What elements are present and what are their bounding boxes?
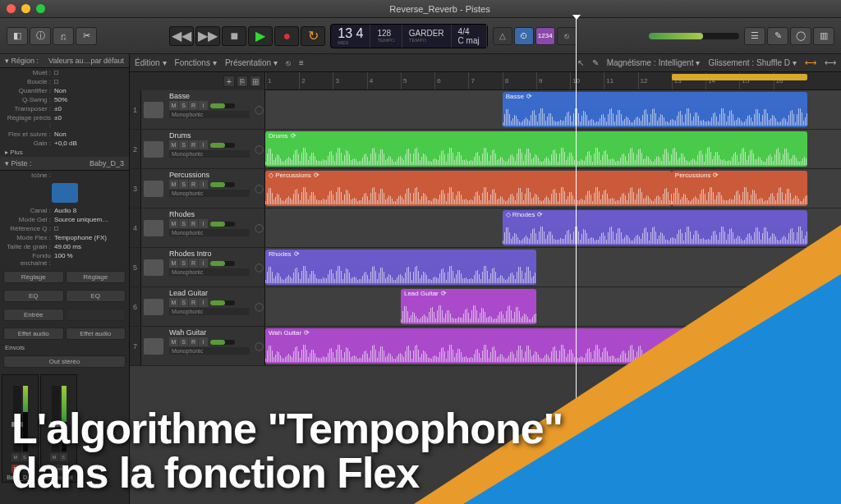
inspector-region-row[interactable]: Q-Swing :50% [0,95,129,104]
headphone-icon[interactable]: ◯ [253,208,264,247]
track-flex-mode[interactable]: Monophonic [169,150,250,158]
track-input[interactable]: I [199,219,208,228]
track-solo[interactable]: S [179,219,188,228]
inspector-region-row[interactable]: Flex et suivre :Non [0,130,129,139]
browser-button[interactable]: ▥ [813,27,834,45]
smart-button[interactable]: ✂ [76,27,97,45]
metronome-button[interactable]: △ [493,27,512,45]
track-mute[interactable]: M [169,180,178,189]
track-mute[interactable]: M [169,259,178,268]
position-bars[interactable]: 13 [338,26,352,40]
track-volume[interactable] [210,222,235,227]
close-icon[interactable] [7,4,16,13]
cycle-region[interactable] [672,74,807,80]
inspector-button[interactable]: ⓘ [30,27,51,45]
magnetisme-dropdown[interactable]: Magnétisme : Intelligent ▾ [607,58,701,67]
record-button[interactable]: ● [274,26,299,46]
track-input[interactable]: I [199,101,208,110]
track-icon[interactable] [141,287,166,326]
track-mute[interactable]: M [169,337,178,346]
pencil-tool[interactable]: ✎ [592,58,599,67]
library-button[interactable]: ◧ [7,27,28,45]
audio-region[interactable]: Basse ⟳ [503,92,807,127]
key-value[interactable]: C maj [458,36,480,45]
track-rec[interactable]: R [189,180,198,189]
track-volume[interactable] [210,103,235,108]
track-icon[interactable] [141,169,166,208]
track-rec[interactable]: R [189,259,198,268]
track-lane[interactable]: Basse ⟳ [265,90,841,129]
position-beats[interactable]: 4 [356,26,364,40]
track-volume[interactable] [210,182,235,187]
inspector-piste-row[interactable]: Mode Gel :Source uniquem… [0,215,129,224]
track-input[interactable]: I [199,180,208,189]
audio-region[interactable]: Percussions ⟳ [672,171,807,206]
tempo-value[interactable]: 128 [377,29,394,38]
inspector-region-row[interactable]: Transposer :±0 [0,104,129,113]
track-header[interactable]: 4 Rhodes M S R I Monophonic ◯ [130,208,265,247]
reglage-button-2[interactable]: Réglage [66,271,126,283]
track-solo[interactable]: S [179,259,188,268]
forward-button[interactable]: ▶▶ [195,26,220,46]
track-input[interactable]: I [199,298,208,307]
entree-button[interactable]: Entrée [3,309,64,321]
output-button[interactable]: Out stéréo [3,355,126,368]
global-button[interactable]: ⊞ [250,76,261,87]
effet-button-2[interactable]: Effet audio [66,328,126,340]
track-icon[interactable] [141,248,166,286]
headphone-icon[interactable]: ◯ [253,130,264,168]
track-input[interactable]: I [199,140,208,149]
track-mute[interactable]: M [169,219,178,228]
headphone-icon[interactable]: ◯ [253,169,264,208]
inspector-region-row[interactable]: Réglage précis :±0 [0,113,129,130]
notes-button[interactable]: ✎ [767,27,788,45]
effet-button-1[interactable]: Effet audio [3,328,64,340]
inspector-piste-row[interactable]: Fondu enchaîné :100 % [0,251,129,268]
countin-button[interactable]: 1234 [535,27,555,45]
add-track-button[interactable]: + [223,76,235,87]
master-volume[interactable] [649,33,739,39]
audio-region[interactable]: Drums ⟳ [265,131,807,167]
automation-button[interactable]: ≡ [299,58,304,67]
headphone-icon[interactable]: ◯ [253,327,264,365]
track-rec[interactable]: R [189,219,198,228]
track-flex-mode[interactable]: Monophonic [169,190,250,197]
dup-track-button[interactable]: ⎘ [237,76,248,87]
stop-button[interactable]: ■ [222,26,246,46]
maximize-icon[interactable] [36,4,45,13]
inspector-region-row[interactable]: Boucle :□ [0,77,129,86]
minimize-icon[interactable] [21,4,30,13]
track-header[interactable]: 1 Basse M S R I Monophonic ◯ [130,90,265,129]
play-button[interactable]: ▶ [248,26,273,46]
edition-menu[interactable]: Édition ▾ [135,58,167,67]
reglage-button-1[interactable]: Réglage [3,271,64,283]
pointer-tool[interactable]: ↖ [577,58,584,67]
track-header[interactable]: 6 Lead Guitar M S R I Monophonic ◯ [130,287,265,326]
inspector-piste-row[interactable]: Canal :Audio 8 [0,206,129,215]
headphone-icon[interactable]: ◯ [253,248,264,286]
cycle-button[interactable]: ↻ [301,26,325,46]
entree-button-2[interactable] [66,309,126,321]
track-input[interactable]: I [199,337,208,346]
track-icon[interactable] [141,130,166,168]
sync-button[interactable]: ⎋ [557,27,577,45]
track-volume[interactable] [210,340,235,345]
audio-region[interactable]: ◇ Percussions ⟳ [265,171,672,206]
track-header[interactable]: 7 Wah Guitar M S R I Monophonic ◯ [130,327,265,365]
track-mute[interactable]: M [169,298,178,307]
track-flex-mode[interactable]: Monophonic [169,268,250,276]
track-icon[interactable] [141,90,166,129]
track-volume[interactable] [210,300,235,305]
inspector-plus[interactable]: ▸ Plus [0,148,129,157]
tuner-button[interactable]: ⏲ [514,27,534,45]
zoom-v-button[interactable]: ⟷ [825,58,836,67]
track-solo[interactable]: S [179,101,188,110]
flex-button[interactable]: ⎋ [286,58,291,67]
inspector-region-row[interactable]: Quantifier :Non [0,86,129,95]
timeline-ruler[interactable]: 12345678910111213141516 [265,72,841,90]
inspector-region-row[interactable]: Muet :□ [0,68,129,77]
track-header[interactable]: 5 Rhodes Intro M S R I Monophonic ◯ [130,248,265,286]
piste-inspector-header[interactable]: ▾ Piste : Baby_D_3 [0,157,129,171]
fonctions-menu[interactable]: Fonctions ▾ [175,58,217,67]
track-flex-mode[interactable]: Monophonic [169,229,250,236]
